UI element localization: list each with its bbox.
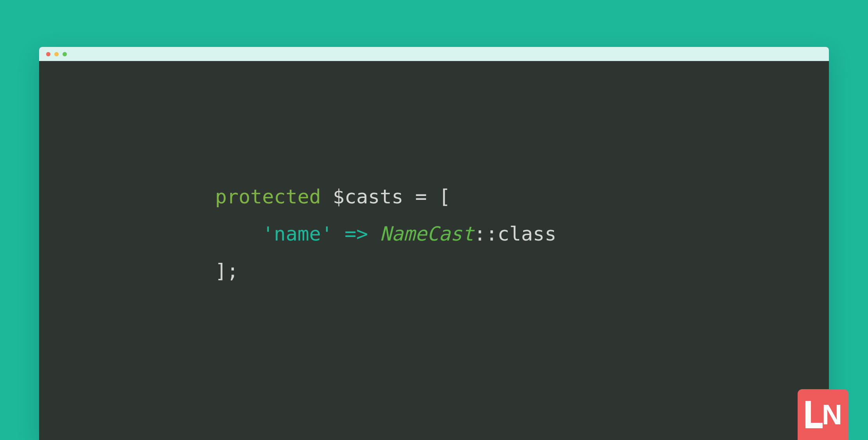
logo-text: N [805, 399, 841, 431]
code-string: 'name' [262, 223, 333, 245]
window-titlebar [39, 47, 829, 61]
editor-window: protected $casts = [ 'name' => NameCast:… [39, 47, 829, 440]
code-bracket-close: ]; [215, 260, 239, 282]
logo-badge: N [798, 389, 848, 440]
code-block: protected $casts = [ 'name' => NameCast:… [215, 178, 829, 290]
code-arrow: => [344, 223, 368, 245]
code-member: class [498, 223, 557, 245]
maximize-icon[interactable] [63, 52, 67, 56]
close-icon[interactable] [46, 52, 50, 56]
code-indent [215, 223, 262, 245]
logo-l-icon [805, 401, 823, 428]
code-bracket: [ [439, 185, 450, 208]
code-operator: = [415, 185, 427, 208]
code-variable: $casts [333, 185, 404, 208]
code-keyword: protected [215, 185, 321, 208]
code-classname: NameCast [380, 223, 474, 245]
editor-body: protected $casts = [ 'name' => NameCast:… [39, 61, 829, 290]
minimize-icon[interactable] [54, 52, 59, 56]
logo-n-letter: N [822, 399, 841, 431]
code-scope: :: [474, 223, 497, 245]
